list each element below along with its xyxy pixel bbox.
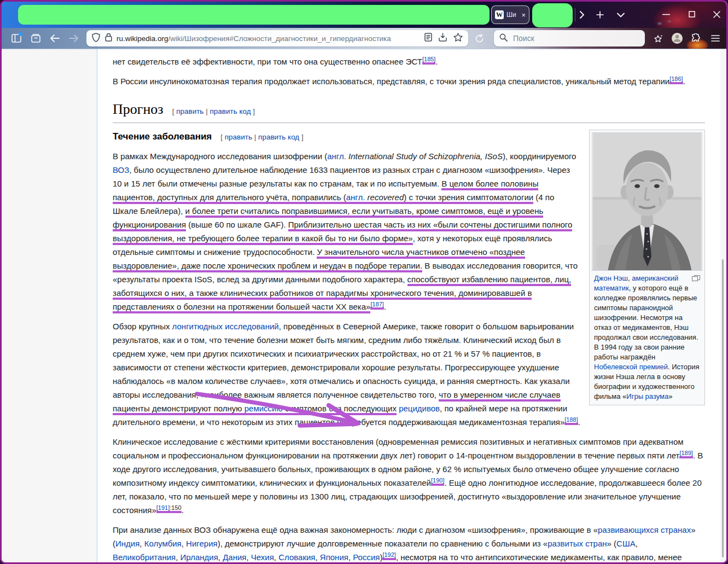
text-run: . [182,505,184,515]
edit-link[interactable]: править [225,133,252,141]
text-run: ) с точки зрения симптоматологии [404,193,533,204]
wiki-link[interactable]: Джон Нэш [594,274,628,282]
edit-section: [ править | править код ] [172,107,255,115]
wiki-link[interactable]: [190] [431,477,444,486]
nash-caption-text: Джон Нэш, американский математик, у кото… [594,274,700,400]
wiki-link[interactable]: [185] [422,56,435,65]
text-run: Клиническое исследование с жёсткими крит… [113,437,684,460]
heading-text: Прогноз [113,101,164,117]
tab-scroll-right-icon[interactable] [574,7,590,22]
wiki-link[interactable]: Россия [353,553,380,562]
wiki-link[interactable]: [187] [370,301,383,310]
account-icon[interactable] [670,31,684,45]
wiki-link[interactable]: Чехия [251,553,274,562]
text-run: , проведённых в Северной Америке, также … [113,322,574,399]
save-page-icon[interactable] [439,33,447,44]
reader-view-icon[interactable] [424,33,432,44]
scrollbar[interactable] [722,259,724,557]
forward-icon[interactable] [67,31,81,45]
nash-thumbnail[interactable]: Джон Нэш, американский математик, у кото… [589,130,705,405]
wiki-link[interactable]: англ. [346,193,365,204]
sidebar-icon[interactable] [9,31,24,45]
menu-icon[interactable] [708,31,723,45]
url-text: ru.wikipedia.org/wiki/Шизофрения#Сложнос… [117,34,420,43]
annotation-highlight-tab [532,3,573,27]
title-bar: W Ши × [2,2,726,28]
wiki-link[interactable]: Словакия [278,553,315,562]
wiki-link[interactable]: [186] [669,75,683,84]
wiki-link[interactable]: Великобритания [113,553,176,562]
maximize-icon[interactable] [683,6,701,22]
wiki-link[interactable]: [192] [382,551,395,560]
text-run: ), демонстрируют лучшие долговременные п… [218,539,548,548]
paragraph-ect: нет свидетельств её эффективности, при т… [113,55,705,68]
wiki-link[interactable]: Ирландия [180,553,218,562]
close-icon[interactable] [707,6,726,22]
heading-text: Течение заболевания [113,131,212,142]
refresh-icon[interactable] [472,31,486,45]
wiki-link[interactable]: ремиссию [244,404,283,415]
expand-icon[interactable] [692,275,700,281]
minimize-icon[interactable] [657,6,675,22]
shield-icon[interactable] [92,33,100,44]
paragraph-who: При анализе данных ВОЗ обнаружена ещё од… [113,523,705,562]
text-run: recovered [368,193,404,204]
edit-code-link[interactable]: править код [258,133,299,141]
nash-caption: Джон Нэш, американский математик, у кото… [592,271,702,403]
wiki-link[interactable]: [191] [156,504,170,513]
notification-dot [19,32,22,36]
text-run: , [176,553,180,562]
page-viewport: нет свидетельств её эффективности, при т… [2,49,726,562]
search-icon [499,33,508,44]
text-run: , [315,553,319,562]
wiki-link[interactable]: рецидивов [399,404,440,413]
wiki-link[interactable]: Индия [115,539,139,548]
article-content: нет свидетельств её эффективности, при т… [97,49,720,562]
navigation-toolbar: ru.wikipedia.org/wiki/Шизофрения#Сложнос… [2,28,726,49]
wiki-link[interactable]: Нигерия [186,539,218,548]
text-run: . [384,302,386,311]
bookmark-star-icon[interactable] [453,33,463,44]
text-run: нет свидетельств её эффективности, при т… [113,57,422,66]
wiki-link[interactable]: Япония [320,553,348,562]
edit-link[interactable]: править [176,107,203,115]
text-run: Обзор крупных [113,322,172,331]
wiki-link[interactable]: Нобелевской премией [594,363,668,371]
text-run: , [636,539,638,548]
text-run: В России инсулинокоматозная терапия прод… [113,77,669,86]
wiki-link[interactable]: Игры разума [626,392,668,400]
tab-close-icon[interactable]: × [521,11,526,19]
back-icon[interactable] [48,31,62,45]
text-run: . [435,57,438,66]
lock-icon[interactable] [105,33,112,44]
new-tab-icon[interactable] [592,7,608,22]
wiki-link[interactable]: лонгитюдных исследований [172,322,279,331]
wiki-link[interactable]: ВОЗ [113,165,129,175]
wiki-link[interactable]: развивающихся странах [598,525,691,534]
wiki-link[interactable]: англ. [327,152,346,161]
url-bar[interactable]: ru.wikipedia.org/wiki/Шизофрения#Сложнос… [86,30,468,46]
text-run: :150 [170,504,181,513]
tab-wikipedia[interactable]: W Ши × [491,5,529,24]
edit-code-link[interactable]: править код [209,107,251,115]
extensions-icon[interactable] [689,31,703,45]
bookmarks-menu-icon[interactable] [651,31,666,45]
text-run: ), координируемого [503,152,576,161]
text-run [365,193,367,204]
paragraph-insulin: В России инсулинокоматозная терапия прод… [113,74,705,88]
text-run: , [182,539,186,548]
container-icon[interactable] [28,31,43,45]
text-run: , [274,553,278,562]
wiki-link[interactable]: развитых стран [548,539,607,548]
wiki-link[interactable]: Колумбия [144,539,182,548]
wiki-link[interactable]: США [616,539,636,548]
search-box[interactable] [494,30,645,46]
wiki-link[interactable]: [188] [564,416,578,425]
wiki-link[interactable]: [189] [679,450,692,458]
search-input[interactable] [512,33,624,43]
list-tabs-icon[interactable] [613,7,628,22]
text-run: International Study of Schizophrenia, IS… [348,152,503,161]
nash-photo[interactable] [592,132,702,271]
text-run: » [668,392,672,400]
wiki-link[interactable]: Дания [223,553,246,562]
